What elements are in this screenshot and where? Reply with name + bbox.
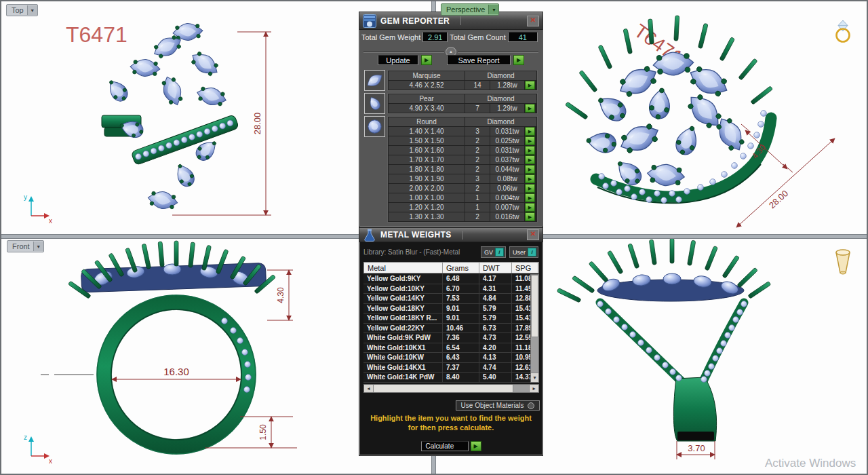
gem-group-round: Round Diamond 1.40 X 1.40 3 0.031tw ▶ 1.… bbox=[363, 116, 538, 223]
axis-z-label: z bbox=[24, 434, 27, 441]
gem-row[interactable]: 1.70 X 1.70 2 0.037tw ▶ bbox=[389, 155, 536, 164]
metal-weights-titlebar[interactable]: METAL WEIGHTS ✕ bbox=[359, 228, 542, 242]
axis-x-label-front: x bbox=[49, 457, 52, 465]
gem-group-header[interactable]: Round Diamond bbox=[389, 117, 536, 126]
gem-thumbnail-marquise[interactable] bbox=[364, 70, 385, 91]
metal-table-horizontal-scrollbar[interactable]: ◂ ▸ bbox=[363, 384, 539, 393]
metal-row[interactable]: Yellow Gold:10KY 6.70 4.31 11.45 bbox=[363, 284, 530, 294]
gem-thumbnail-round[interactable] bbox=[364, 116, 385, 137]
gem-row-go-button[interactable]: ▶ bbox=[525, 212, 535, 221]
update-button[interactable]: Update bbox=[378, 55, 418, 65]
top-view-tab[interactable]: Top ▼ bbox=[6, 4, 38, 16]
gem-row-go-button[interactable]: ▶ bbox=[525, 203, 535, 212]
ring-render-side-view bbox=[557, 238, 771, 441]
metal-weights-title: METAL WEIGHTS bbox=[380, 230, 452, 240]
gem-group-header[interactable]: Marquise Diamond bbox=[389, 71, 536, 80]
metal-row[interactable]: White Gold:10KX1 6.54 4.20 11.18 bbox=[363, 343, 530, 354]
gem-row-go-button[interactable]: ▶ bbox=[525, 146, 535, 155]
scroll-right-arrow-icon[interactable]: ▸ bbox=[529, 385, 538, 392]
metal-row[interactable]: Yellow Gold:9KY 6.48 4.17 11.08 bbox=[363, 274, 530, 284]
metal-row[interactable]: White Gold:9K PdW 7.36 4.73 12.55 bbox=[363, 333, 530, 343]
metal-weights-close-button[interactable]: ✕ bbox=[527, 229, 539, 240]
model-code-label: T6471 bbox=[66, 22, 127, 47]
metal-row[interactable]: Yellow Gold:18KY 9.01 5.79 15.41 bbox=[363, 304, 530, 314]
user-info-icon[interactable]: i bbox=[528, 248, 536, 256]
total-gem-count-label: Total Gem Count bbox=[450, 33, 506, 41]
activate-windows-watermark: Activate Windows bbox=[765, 457, 856, 470]
front-view-tab[interactable]: Front ▼ bbox=[7, 240, 44, 252]
gem-row-go-button[interactable]: ▶ bbox=[525, 136, 535, 145]
tube-tool-icon[interactable] bbox=[836, 250, 850, 274]
gem-row-go-button[interactable]: ▶ bbox=[525, 184, 535, 193]
dimension-front-inner-label: 16.30 bbox=[163, 366, 189, 377]
metal-weights-hint: Highlight the item you want to find the … bbox=[359, 413, 542, 432]
gem-table: Marquise Diamond 4.46 X 2.52 14 1.28tw ▶ bbox=[363, 70, 538, 225]
front-view-dropdown-icon[interactable]: ▼ bbox=[33, 242, 43, 251]
gem-totals-row: Total Gem Weight 2.91 Total Gem Count 41 bbox=[361, 32, 540, 42]
gem-row-go-button[interactable]: ▶ bbox=[525, 155, 535, 164]
ring-tool-icon[interactable] bbox=[837, 20, 850, 42]
gem-row[interactable]: 1.80 X 1.80 2 0.044tw ▶ bbox=[389, 165, 536, 174]
calculate-go-button[interactable]: ▶ bbox=[471, 441, 481, 451]
gem-row[interactable]: 4.90 X 3.40 7 1.29tw ▶ bbox=[389, 104, 536, 113]
gem-row[interactable]: 2.00 X 2.00 2 0.06tw ▶ bbox=[389, 184, 536, 193]
gem-thumbnail-pear[interactable] bbox=[364, 93, 385, 114]
gem-group-header[interactable]: Pear Diamond bbox=[389, 94, 536, 103]
metal-row[interactable]: White Gold:10KW 6.43 4.13 10.95 bbox=[363, 353, 530, 363]
metal-row[interactable]: Yellow Gold:18KY R... 9.01 5.79 15.41 bbox=[363, 314, 530, 324]
gem-row-go-button[interactable]: ▶ bbox=[525, 104, 535, 113]
scroll-left-arrow-icon[interactable]: ◂ bbox=[364, 385, 374, 392]
gem-reporter-icon bbox=[363, 14, 376, 28]
gem-row[interactable]: 1.40 X 1.40 3 0.031tw ▶ bbox=[389, 127, 536, 136]
front-view-tab-label: Front bbox=[12, 242, 30, 250]
calculate-row: Calculate ▶ bbox=[359, 441, 542, 451]
gem-reporter-close-button[interactable]: ✕ bbox=[527, 16, 539, 26]
save-report-button[interactable]: Save Report bbox=[447, 55, 511, 65]
metal-row[interactable]: White Gold:14KX1 7.37 4.74 12.61 bbox=[363, 363, 530, 373]
scroll-down-arrow-icon[interactable]: ▾ bbox=[531, 373, 538, 382]
gem-row-go-button[interactable]: ▶ bbox=[525, 174, 535, 183]
metal-row[interactable]: Yellow Gold:14KY 7.53 4.84 12.88 bbox=[363, 294, 530, 304]
titlebar-separator bbox=[462, 231, 523, 240]
perspective-view-tab[interactable]: Perspective ▼ bbox=[441, 3, 499, 16]
gem-row[interactable]: 1.30 X 1.30 2 0.016tw ▶ bbox=[389, 212, 536, 221]
gem-reporter-title: GEM REPORTER bbox=[380, 16, 450, 26]
use-object-materials-button[interactable]: Use Object Materials bbox=[456, 400, 540, 411]
gem-row-go-button[interactable]: ▶ bbox=[525, 165, 535, 174]
gem-row-go-button[interactable]: ▶ bbox=[525, 127, 535, 136]
vertical-scrollbar-thumb[interactable] bbox=[531, 275, 538, 337]
dimension-front-band-label: 1.50 bbox=[258, 424, 268, 440]
user-toggle-button[interactable]: User i bbox=[509, 246, 538, 258]
metal-weights-icon bbox=[363, 228, 376, 242]
gem-row[interactable]: 1.50 X 1.50 2 0.025tw ▶ bbox=[389, 136, 536, 145]
top-view-dropdown-icon[interactable]: ▼ bbox=[27, 5, 37, 15]
dimension-right-band-label: 3.70 bbox=[688, 443, 705, 453]
save-report-go-button[interactable]: ▶ bbox=[513, 55, 524, 65]
use-object-materials-toggle-icon[interactable] bbox=[528, 402, 534, 409]
metal-table-vertical-scrollbar[interactable]: ▾ bbox=[530, 274, 539, 383]
metal-table: Yellow Gold:9KY 6.48 4.17 11.08 Yellow G… bbox=[363, 274, 530, 383]
total-gem-count-value: 41 bbox=[508, 32, 538, 42]
gem-row[interactable]: 1.60 X 1.60 2 0.031tw ▶ bbox=[389, 146, 536, 155]
library-label: Library: Satin Blur - (Fast)-Metal bbox=[363, 248, 477, 256]
calculate-button[interactable]: Calculate bbox=[421, 441, 469, 451]
metal-row[interactable]: White Gold:14K PdW 8.40 5.40 14.37 bbox=[363, 373, 530, 383]
gem-row[interactable]: 1.00 X 1.00 1 0.004tw ▶ bbox=[389, 193, 536, 202]
gem-row-go-button[interactable]: ▶ bbox=[525, 193, 535, 202]
gem-row[interactable]: 4.46 X 2.52 14 1.28tw ▶ bbox=[389, 81, 536, 90]
axis-indicator-front: z x bbox=[24, 434, 52, 465]
gv-info-icon[interactable]: i bbox=[495, 248, 504, 256]
gem-row[interactable]: 1.20 X 1.20 1 0.007tw ▶ bbox=[389, 203, 536, 212]
gv-toggle-button[interactable]: GV i bbox=[481, 246, 506, 258]
gem-row[interactable]: 1.90 X 1.90 3 0.08tw ▶ bbox=[389, 174, 536, 183]
gem-row-go-button[interactable]: ▶ bbox=[525, 81, 535, 90]
metal-table-header: Metal Grams DWT SPG bbox=[363, 262, 539, 273]
metal-row[interactable]: Yellow Gold:22KY 10.46 6.73 17.89 bbox=[363, 324, 530, 334]
total-gem-weight-value: 2.91 bbox=[422, 32, 448, 42]
axis-indicator-top: y x bbox=[24, 193, 52, 225]
horizontal-scrollbar-thumb[interactable] bbox=[374, 385, 513, 392]
gem-reporter-panel: GEM REPORTER ✕ Total Gem Weight 2.91 Tot… bbox=[359, 12, 543, 227]
perspective-view-dropdown-icon[interactable]: ▼ bbox=[488, 5, 498, 14]
update-go-button[interactable]: ▶ bbox=[421, 55, 432, 65]
total-gem-weight-label: Total Gem Weight bbox=[361, 33, 420, 41]
